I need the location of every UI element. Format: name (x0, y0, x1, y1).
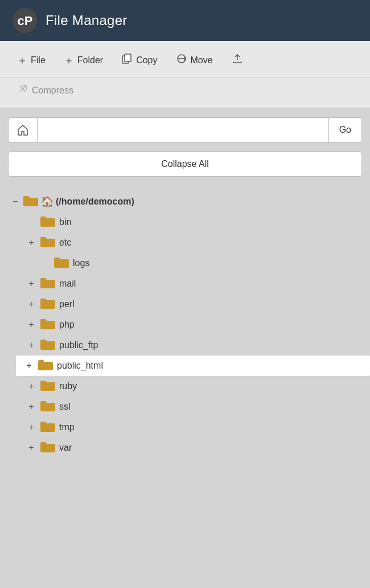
root-collapse-icon: − (10, 197, 20, 207)
bin-expand-icon (26, 217, 36, 227)
tree-root[interactable]: − 🏠 (/home/democom) (8, 191, 362, 212)
bin-folder-icon (40, 215, 56, 230)
cpanel-logo-icon: cP (11, 7, 39, 34)
app-title: File Manager (46, 13, 128, 28)
tree-item-tmp[interactable]: + tmp (24, 417, 362, 438)
collapse-all-wrapper: Collapse All (0, 152, 370, 186)
tree-item-perl[interactable]: + perl (24, 294, 362, 315)
logs-expand-icon (40, 258, 50, 268)
mail-expand-icon: + (26, 279, 36, 289)
tree-item-php[interactable]: + php (24, 315, 362, 335)
tree-item-bin[interactable]: bin (24, 212, 362, 232)
tmp-expand-icon: + (26, 422, 36, 432)
tree-item-public-html[interactable]: + public_html (16, 356, 370, 376)
file-label: File (31, 55, 46, 66)
collapse-all-button[interactable]: Collapse All (8, 152, 362, 177)
move-label: Move (191, 55, 213, 66)
plus-file-icon: ＋ (17, 54, 27, 67)
compress-label: Compress (32, 85, 73, 96)
ruby-expand-icon: + (26, 381, 36, 391)
etc-expand-icon: + (26, 238, 36, 248)
tree-item-var[interactable]: + var (24, 438, 362, 458)
logs-label: logs (73, 258, 89, 268)
tree-item-ssl[interactable]: + ssl (24, 397, 362, 417)
add-folder-button[interactable]: ＋ Folder (56, 50, 111, 71)
perl-label: perl (59, 299, 75, 309)
home-icon (17, 124, 29, 136)
public-html-folder-icon (38, 358, 54, 373)
var-label: var (59, 443, 72, 453)
copy-icon (121, 53, 133, 67)
public-ftp-expand-icon: + (26, 340, 36, 350)
tree-item-public-ftp[interactable]: + public_ftp (24, 335, 362, 356)
tree-item-logs[interactable]: logs (38, 253, 362, 273)
etc-folder-icon (40, 235, 56, 250)
copy-button[interactable]: Copy (113, 50, 165, 71)
home-button[interactable] (8, 117, 37, 142)
tmp-label: tmp (59, 422, 75, 432)
public-ftp-label: public_ftp (59, 340, 98, 350)
app-header: cP File Manager (0, 0, 370, 41)
public-ftp-folder-icon (40, 338, 56, 353)
tree-children: bin + etc logs (8, 212, 362, 458)
ruby-folder-icon (40, 379, 56, 394)
logs-folder-icon (54, 256, 69, 271)
add-file-button[interactable]: ＋ File (9, 50, 54, 71)
folder-label: Folder (77, 55, 103, 66)
upload-button[interactable] (223, 49, 252, 71)
perl-expand-icon: + (26, 299, 36, 309)
perl-folder-icon (40, 297, 56, 312)
php-folder-icon (40, 317, 56, 332)
root-home-icon: 🏠 (41, 195, 54, 208)
path-input[interactable] (37, 117, 329, 142)
public-html-expand-icon: + (24, 361, 34, 371)
copy-label: Copy (136, 55, 157, 66)
logs-wrapper: logs (24, 253, 362, 273)
tree-item-ruby[interactable]: + ruby (24, 376, 362, 397)
var-expand-icon: + (26, 443, 36, 453)
ruby-label: ruby (59, 381, 77, 391)
path-bar: Go (0, 108, 370, 152)
go-button[interactable]: Go (329, 117, 362, 142)
ssl-expand-icon: + (26, 402, 36, 412)
tree-item-mail[interactable]: + mail (24, 273, 362, 294)
compress-button[interactable]: Compress (9, 80, 81, 101)
plus-folder-icon: ＋ (64, 54, 74, 67)
mail-label: mail (59, 279, 76, 289)
toolbar-row2: Compress (0, 77, 370, 108)
ssl-folder-icon (40, 399, 56, 414)
move-icon (176, 53, 187, 67)
tree-item-etc[interactable]: + etc (24, 232, 362, 253)
toolbar: ＋ File ＋ Folder Copy Move (0, 41, 370, 77)
compress-icon (17, 83, 28, 97)
svg-text:cP: cP (18, 14, 33, 28)
tmp-folder-icon (40, 420, 56, 435)
root-label: (/home/democom) (56, 197, 134, 207)
php-expand-icon: + (26, 320, 36, 330)
upload-icon (231, 52, 244, 68)
bin-label: bin (59, 217, 71, 227)
move-button[interactable]: Move (168, 50, 221, 71)
logo: cP File Manager (11, 7, 128, 34)
root-folder-icon (23, 194, 39, 209)
file-tree: − 🏠 (/home/democom) bin + (0, 186, 370, 464)
mail-folder-icon (40, 276, 56, 291)
etc-label: etc (59, 238, 71, 248)
ssl-label: ssl (59, 402, 71, 412)
php-label: php (59, 320, 75, 330)
svg-rect-3 (125, 54, 131, 62)
public-html-label: public_html (57, 361, 103, 371)
var-folder-icon (40, 440, 56, 455)
